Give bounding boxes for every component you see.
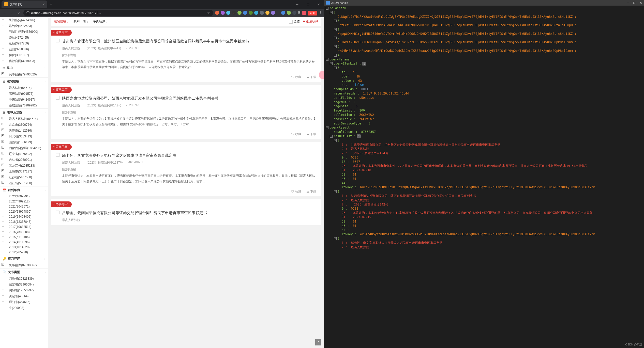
json-line[interactable]: 2 : 最高人民法院 [324, 198, 644, 202]
ext-icon[interactable] [302, 11, 306, 15]
json-line[interactable]: 43 : 01 [324, 224, 644, 228]
sidebar-item[interactable]: 2016(7548288) [3, 229, 48, 234]
sidebar-item[interactable]: 2020(13964866) [3, 209, 48, 214]
side-floating-tab[interactable] [319, 71, 324, 79]
sidebar-item[interactable]: +北京市(3306724) [3, 122, 48, 128]
sidebar-item[interactable]: +民事案件(87538367) [3, 262, 48, 268]
ext-icon[interactable] [226, 11, 230, 15]
sidebar-item[interactable]: 驳回(3758076) [3, 46, 48, 52]
sidebar-item[interactable]: +江苏省(5167508) [3, 175, 48, 180]
nav-back-icon[interactable]: ← [2, 11, 7, 15]
json-line[interactable]: 32 : 01 [324, 219, 644, 224]
ext-icon[interactable] [260, 11, 264, 15]
case-title[interactable]: 吕瑞鑫、云南国际信托有限公司等证券交易代理合同纠纷民事申请再审审查民事裁定书 [62, 210, 207, 216]
filter-court-level[interactable]: 法院层级↕ [54, 19, 68, 24]
toggle-icon[interactable]: − [334, 190, 337, 193]
json-tree[interactable]: −relWenshu−0OeNWgfeGz7biPXY2wuIwUeFm1pQt… [324, 6, 644, 348]
json-line[interactable]: 32 : 01 [324, 172, 644, 177]
json-line[interactable]: +0 [324, 19, 644, 23]
json-line[interactable]: 2 : 最高人民法院 [324, 245, 644, 249]
ext-icon[interactable] [215, 11, 219, 15]
json-line[interactable]: rowkey : huIWvFi20HcCDN+Fh9D+RqWnQ8/AfWp… [324, 185, 644, 189]
sidebar-item[interactable]: 民间借贷(4774976) [3, 17, 48, 23]
json-line[interactable]: pageNum : 1 [324, 100, 644, 104]
json-line[interactable]: resultCount : 87538357 [324, 130, 644, 134]
json-line[interactable]: 1 : 陕西嘉惠恒达投资有限公司、陕西京祥能源开发有限公司等联营合同纠纷民事二审… [324, 194, 644, 198]
json-line[interactable]: −0 [324, 10, 644, 15]
json-line[interactable]: 9 : 0302 [324, 207, 644, 211]
ext-icon[interactable] [292, 11, 296, 15]
window-max-icon[interactable]: ☐ [303, 0, 313, 9]
url-input[interactable]: ⓘ wenshu.court.gov.cn/website/wenshu/181… [23, 10, 213, 16]
json-line[interactable]: huIWvFi20HcCDN+Fh9D+RqWnQ8/AfWp4K/+sxJNr… [324, 40, 644, 44]
json-line[interactable]: 26 : 本院认为，本案为再审审查案件，根据甘肃资产公司的再审申请理由，本案审查… [324, 164, 644, 168]
toggle-icon[interactable]: − [330, 135, 333, 138]
case-checkbox[interactable] [56, 96, 59, 100]
json-line[interactable]: −2 [324, 236, 644, 241]
browser-tab[interactable]: 文书列表 × [2, 1, 47, 8]
nav-reload-icon[interactable]: ⟳ [16, 11, 21, 15]
favorite-button[interactable]: ♡ 收藏 [291, 75, 301, 79]
json-line[interactable]: −queryResult [324, 125, 644, 130]
sidebar-header-proc[interactable]: 🔑审判程序› [0, 255, 48, 262]
download-button[interactable]: ☁ 下载 [306, 75, 316, 79]
json-line[interactable]: 26 : 本院认为，本案的争议焦点为：1.案涉增资扩股协议是否应当继续履行；2.… [324, 211, 644, 215]
ext-icon[interactable] [221, 11, 225, 15]
json-line[interactable]: 2 : 最高人民法院 [324, 147, 644, 151]
json-line[interactable]: rowkey : wxS4h485yWt8HPoAasUzGMlMJmOwdGC… [324, 232, 644, 236]
toggle-icon[interactable]: + [334, 45, 337, 48]
json-line[interactable]: −0 [324, 66, 644, 70]
json-max-icon[interactable]: ☐ [633, 1, 636, 5]
toggle-icon[interactable]: − [330, 11, 333, 14]
sidebar-item[interactable]: 判决书(39823339) [3, 276, 48, 282]
sidebar-item[interactable]: +内蒙古自治区(1864205) [3, 145, 48, 151]
filter-date[interactable]: 裁判日期↕ [73, 19, 88, 24]
ext-icon[interactable] [287, 11, 291, 15]
sidebar-item[interactable]: +浙江省(5661280) [3, 180, 48, 186]
sidebar-item[interactable]: +山西省(1366179) [3, 139, 48, 145]
sidebar-item[interactable]: +天津市(1412586) [3, 128, 48, 134]
window-min-icon[interactable]: ─ [292, 0, 303, 9]
toggle-icon[interactable]: + [334, 54, 337, 57]
ext-icon[interactable]: ♪ [232, 11, 236, 15]
filter-procedure[interactable]: 审判程序↕ [93, 19, 108, 24]
json-line[interactable]: solrServiceType : 0 [324, 121, 644, 126]
window-close-icon[interactable]: ✕ [313, 0, 324, 9]
json-line[interactable]: −resultList :5 [324, 134, 644, 138]
json-line[interactable]: facetLimit : 100 [324, 108, 644, 113]
download-button[interactable]: ☁ 下载 [306, 189, 316, 194]
ext-icon[interactable] [254, 11, 258, 15]
sidebar-item[interactable]: 返还(3987759) [3, 41, 48, 46]
json-line[interactable]: 44 : [324, 181, 644, 185]
ext-icon[interactable] [237, 11, 242, 15]
sidebar-item[interactable]: +吉林省(2260901) [3, 157, 48, 163]
json-line[interactable]: 1 : 甘肃资产管理有限公司、兰州新区金融投资控股集团有限公司等金融借款合同纠纷… [324, 143, 644, 147]
json-line[interactable]: 1 : 邱卡怀、李文宽等案外人执行异议之诉民事申请再审审查民事裁定书 [324, 241, 644, 245]
sidebar-item[interactable]: 调解书(12553797) [3, 288, 48, 293]
toggle-icon[interactable]: + [334, 20, 337, 22]
toggle-icon[interactable]: − [326, 7, 328, 10]
case-checkbox[interactable] [56, 211, 59, 214]
sidebar-item[interactable]: 2021(9642571) [3, 204, 48, 209]
ext-icon[interactable] [243, 11, 247, 15]
sidebar-item[interactable]: 2012(285778) [3, 250, 48, 255]
json-line[interactable]: oper : IN [324, 74, 644, 79]
json-line[interactable]: groupFields : null [324, 87, 644, 91]
toggle-icon[interactable]: − [334, 67, 337, 69]
sidebar-item[interactable]: 借款合同(3219003) [3, 58, 48, 64]
tab-close-icon[interactable]: × [43, 2, 45, 6]
json-line[interactable]: −relWenshu [324, 6, 644, 10]
sidebar-item[interactable]: 令(229928) [3, 305, 48, 311]
json-line[interactable]: WNpqWXMXHB1rgtdMHLDZi6oVmDvTC+rnW6td4mCC… [324, 32, 644, 36]
select-all-checkbox[interactable]: 全选 [289, 19, 300, 24]
sidebar-item[interactable]: +河北省(3653413) [3, 134, 48, 139]
json-min-icon[interactable]: ─ [627, 1, 629, 5]
sidebar-header-case[interactable]: ⊞案由› [0, 64, 48, 72]
json-line[interactable]: not : false [324, 83, 644, 87]
sidebar-item[interactable]: 2019(14403402) [3, 214, 48, 219]
sidebar-item[interactable]: +辽宁省(4075492) [3, 151, 48, 157]
sidebar-item[interactable]: 2018(12337843) [3, 219, 48, 224]
case-title[interactable]: 甘肃资产管理有限公司、兰州新区金融投资控股集团有限公司等金融借款合同纠纷民事申请… [62, 38, 249, 44]
json-line[interactable]: 43 : 01 [324, 177, 644, 181]
json-line[interactable]: OeNWgfeGz7biPXY2wuIwUeFm1pQtIWg5/TPGs2BP… [324, 15, 644, 19]
